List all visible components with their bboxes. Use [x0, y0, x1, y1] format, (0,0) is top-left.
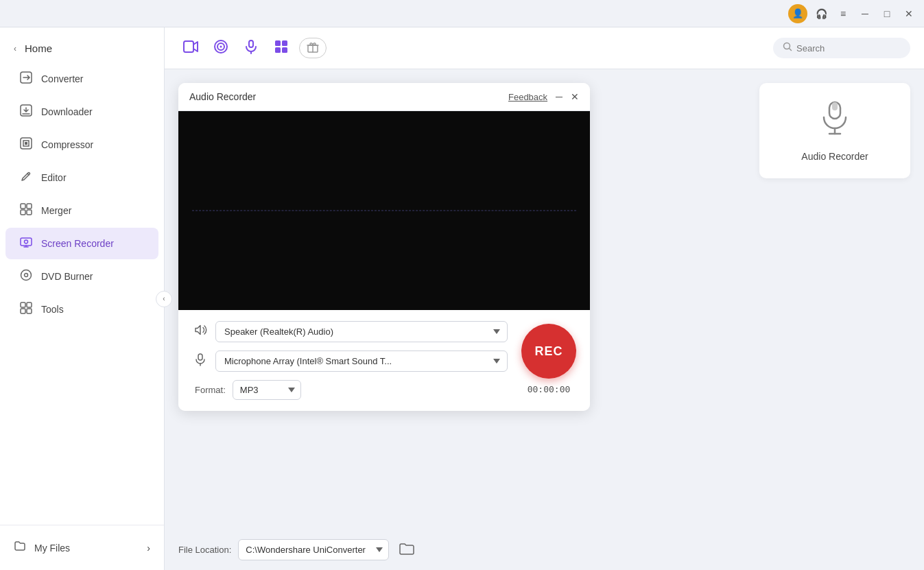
toolbar-search[interactable] [773, 38, 910, 58]
format-select[interactable]: MP3 [233, 380, 301, 400]
mic-large-icon [817, 99, 853, 143]
my-files-label: My Files [34, 543, 70, 554]
minimize-icon: ─ [862, 8, 868, 19]
sidebar-item-merger[interactable]: Merger [5, 195, 158, 226]
svg-rect-22 [275, 47, 281, 53]
sidebar-item-dvd-burner[interactable]: DVD Burner [5, 261, 158, 292]
close-icon: ✕ [905, 8, 913, 19]
file-location-select[interactable]: C:\Wondershare UniConverter 1 [238, 539, 389, 560]
sidebar-item-downloader[interactable]: Downloader [5, 96, 158, 128]
sidebar: ‹ Home Converter Downloader [0, 27, 165, 570]
svg-point-18 [220, 45, 222, 47]
audio-recorder-card[interactable]: Audio Recorder [759, 83, 910, 178]
sidebar-item-screen-recorder[interactable]: Screen Recorder [5, 228, 158, 259]
input-controls: Speaker (Realtek(R) Audio) [192, 321, 508, 400]
maximize-icon: □ [884, 8, 890, 19]
svg-rect-7 [21, 238, 32, 246]
tools-label: Tools [41, 304, 64, 315]
toolbar-grid-btn[interactable] [269, 36, 294, 60]
merger-label: Merger [41, 205, 71, 216]
svg-rect-11 [21, 302, 25, 307]
sidebar-home[interactable]: ‹ Home [0, 34, 164, 62]
dvd-burner-icon [19, 269, 33, 284]
svg-rect-21 [282, 40, 287, 46]
menu-icon: ≡ [840, 8, 846, 19]
title-bar: 👤 🎧 ≡ ─ □ ✕ [0, 0, 924, 27]
user-avatar[interactable]: 👤 [788, 4, 807, 23]
speaker-select[interactable]: Speaker (Realtek(R) Audio) [215, 321, 508, 342]
speaker-row: Speaker (Realtek(R) Audio) [192, 321, 508, 342]
svg-rect-23 [282, 47, 287, 53]
content-area: Audio Recorder Feedback ─ ✕ [165, 69, 924, 570]
window-close-button[interactable]: ✕ [901, 5, 917, 22]
sidebar-item-editor[interactable]: Editor [5, 162, 158, 193]
sidebar-item-converter[interactable]: Converter [5, 63, 158, 95]
my-files-item[interactable]: My Files › [0, 532, 164, 563]
headphone-button[interactable]: 🎧 [813, 5, 829, 22]
format-label: Format: [195, 385, 226, 395]
screen-recorder-label: Screen Recorder [41, 238, 114, 249]
rec-timer: 00:00:00 [528, 384, 571, 394]
svg-rect-14 [27, 309, 32, 313]
controls-panel: Speaker (Realtek(R) Audio) [178, 310, 590, 411]
downloader-label: Downloader [41, 106, 93, 117]
svg-rect-28 [832, 102, 838, 110]
svg-rect-3 [21, 204, 25, 209]
merger-icon [19, 203, 33, 218]
window-maximize-button[interactable]: □ [879, 5, 895, 22]
svg-rect-13 [21, 309, 25, 313]
search-icon [783, 42, 792, 54]
mic-icon [244, 39, 259, 58]
rec-label: REC [534, 344, 562, 359]
svg-rect-12 [27, 302, 32, 307]
converter-label: Converter [41, 73, 83, 84]
svg-point-10 [25, 274, 28, 277]
microphone-select[interactable]: Microphone Array (Intel® Smart Sound T..… [215, 351, 508, 372]
menu-button[interactable]: ≡ [835, 5, 851, 22]
svg-rect-20 [275, 40, 281, 46]
editor-label: Editor [41, 172, 67, 183]
sidebar-item-tools[interactable]: Tools [5, 294, 158, 325]
headphone-icon: 🎧 [816, 8, 827, 19]
my-files-icon [14, 541, 26, 555]
recorder-minimize-button[interactable]: ─ [556, 92, 562, 102]
speaker-icon [192, 323, 209, 340]
sidebar-bottom: My Files › [0, 525, 164, 570]
toolbar-gift-btn[interactable] [299, 38, 327, 58]
microphone-icon [192, 353, 209, 370]
search-input[interactable] [796, 43, 901, 54]
svg-rect-4 [27, 204, 32, 209]
sidebar-collapse-button[interactable]: ‹ [156, 291, 172, 307]
target-icon [213, 39, 228, 58]
left-panel: Audio Recorder Feedback ─ ✕ [178, 83, 748, 556]
svg-rect-19 [249, 40, 253, 47]
folder-browse-button[interactable] [396, 538, 418, 560]
window-minimize-button[interactable]: ─ [857, 5, 873, 22]
grid-icon [274, 39, 289, 58]
recorder-titlebar: Audio Recorder Feedback ─ ✕ [178, 83, 590, 111]
recorder-dialog-controls: Feedback ─ ✕ [508, 92, 579, 102]
sidebar-item-compressor[interactable]: Compressor [5, 129, 158, 161]
toolbar-video-btn[interactable] [178, 36, 203, 60]
converter-icon [19, 71, 33, 86]
sidebar-home-label: Home [25, 43, 52, 54]
svg-rect-5 [21, 210, 25, 215]
recorder-close-button[interactable]: ✕ [571, 92, 579, 102]
feedback-link[interactable]: Feedback [508, 92, 547, 102]
rec-button[interactable]: REC [521, 324, 576, 379]
toolbar [165, 27, 924, 69]
toolbar-mic-btn[interactable] [239, 36, 263, 60]
chevron-left-icon: ‹ [14, 44, 16, 54]
waveform-line [192, 211, 576, 211]
svg-point-8 [25, 240, 28, 244]
toolbar-target-btn[interactable] [209, 36, 233, 60]
downloader-icon [19, 104, 33, 119]
right-panel: Audio Recorder [759, 83, 910, 556]
svg-rect-15 [184, 41, 193, 52]
app-body: ‹ Home Converter Downloader [0, 27, 924, 570]
my-files-arrow: › [147, 543, 150, 554]
format-row: Format: MP3 [192, 380, 508, 400]
tools-icon [19, 302, 33, 317]
svg-rect-26 [198, 354, 202, 360]
audio-recorder-card-label: Audio Recorder [801, 151, 868, 162]
